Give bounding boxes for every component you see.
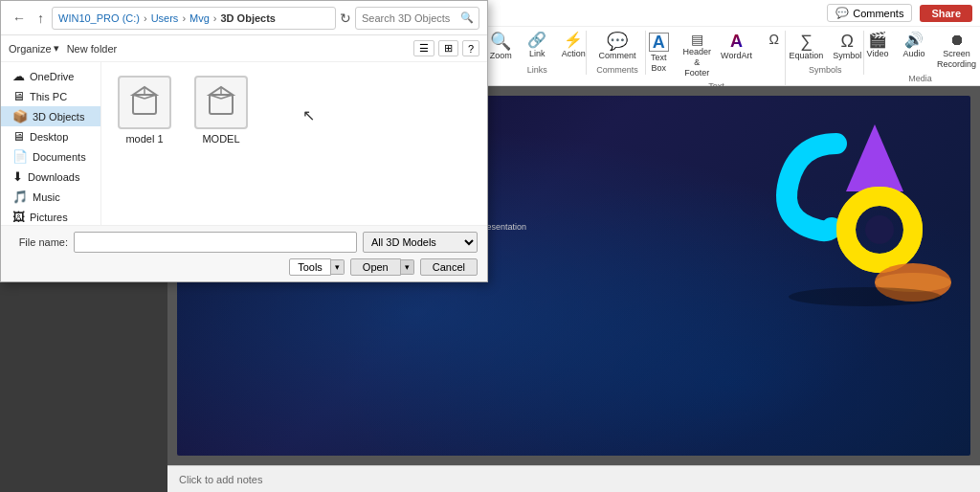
links-items: 🔍 Zoom 🔗 Link ⚡ Action (483, 31, 590, 63)
text-items: A TextBox ▤ Header& Footer A WordArt Ω (641, 31, 791, 79)
file-item-model[interactable]: MODEL (188, 72, 255, 148)
view-buttons: ☰ ⊞ ? (413, 40, 479, 56)
symbols-group-label: Symbols (809, 65, 842, 75)
nav-pictures[interactable]: 🖼 Pictures (1, 207, 100, 225)
link-icon: 🔗 (527, 33, 546, 48)
comments-items: 💬 Comment (594, 31, 639, 63)
action-icon: ⚡ (564, 33, 583, 48)
ribbon-content: 🔍 Zoom 🔗 Link ⚡ Action Links 💬 Comment (482, 27, 980, 95)
nav-downloads[interactable]: ⬇ Downloads (1, 167, 100, 187)
dialog-titlebar: ← ↑ WIN10_PRO (C:) › Users › Mvg › 3D Ob… (1, 1, 487, 35)
ribbon-top-bar: 💬 Comments Share (482, 0, 980, 27)
equation-btn[interactable]: ∑ Equation (786, 31, 828, 63)
svg-point-4 (865, 215, 894, 244)
tools-main-button[interactable]: Tools (289, 258, 331, 276)
cancel-button[interactable]: Cancel (420, 258, 478, 276)
screen-recording-btn[interactable]: ⏺ ScreenRecording (933, 31, 980, 72)
media-group-label: Media (908, 74, 932, 83)
breadcrumb-current: 3D Objects (221, 12, 276, 24)
filename-row: File name: All 3D Models (11, 232, 478, 253)
share-button[interactable]: Share (920, 5, 972, 22)
nav-thispc[interactable]: 🖥 This PC (1, 86, 100, 106)
refresh-button[interactable]: ↻ (340, 11, 351, 26)
comment-bubble-icon: 💬 (835, 7, 849, 19)
comment-btn[interactable]: 💬 Comment (594, 31, 639, 63)
forward-button[interactable]: ↑ (33, 11, 48, 26)
pictures-icon: 🖼 (12, 210, 25, 224)
dialog-toolbar: Organize ▾ New folder ☰ ⊞ ? (1, 35, 487, 62)
symbol-icon: Ω (840, 33, 853, 50)
open-arrow-button[interactable]: ▾ (401, 259, 414, 275)
nav-onedrive[interactable]: ☁ OneDrive (1, 66, 100, 86)
onedrive-icon: ☁ (12, 69, 25, 83)
wordart-icon: A (730, 33, 743, 50)
media-items: 🎬 Video 🔊 Audio ⏺ ScreenRecording (860, 31, 980, 72)
tools-button-group: Tools ▾ (289, 258, 345, 276)
svg-point-7 (789, 287, 942, 306)
documents-icon: 📄 (12, 149, 28, 164)
cursor-arrow: ↖ (302, 106, 315, 124)
video-icon: 🎬 (868, 33, 887, 48)
filetype-select[interactable]: All 3D Models (363, 232, 478, 253)
equation-icon: ∑ (800, 33, 813, 50)
header-footer-btn[interactable]: ▤ Header& Footer (678, 31, 716, 79)
view-grid-button[interactable]: ⊞ (438, 40, 458, 56)
nav-desktop[interactable]: 🖥 Desktop (1, 126, 100, 146)
text-extra-icon: Ω (768, 33, 778, 46)
action-btn[interactable]: ⚡ Action (556, 31, 590, 61)
audio-btn[interactable]: 🔊 Audio (897, 31, 931, 61)
search-icon: 🔍 (460, 11, 474, 24)
dialog-files-area: ☁ OneDrive 🖥 This PC 📦 3D Objects 🖥 Desk… (1, 62, 487, 225)
downloads-icon: ⬇ (12, 169, 23, 184)
model1-icon (118, 76, 171, 129)
breadcrumb-drive[interactable]: WIN10_PRO (C:) (58, 12, 140, 24)
filename-label: File name: (11, 236, 68, 248)
wordart-btn[interactable]: A WordArt (718, 31, 754, 63)
audio-icon: 🔊 (904, 33, 924, 48)
open-button-group: Open ▾ (350, 258, 414, 276)
organize-label: Organize (9, 43, 52, 55)
textbox-icon: A (649, 33, 669, 52)
comment-icon: 💬 (607, 33, 628, 50)
header-icon: ▤ (691, 33, 703, 46)
desktop-icon: 🖥 (12, 129, 25, 144)
model1-label: model 1 (125, 133, 163, 145)
notes-bar[interactable]: Click to add notes (167, 465, 980, 492)
nav-documents[interactable]: 📄 Documents (1, 146, 100, 167)
dialog-bottom: File name: All 3D Models Tools ▾ Open ▾ … (1, 225, 487, 281)
model-label: MODEL (202, 133, 239, 145)
organize-chevron-icon: ▾ (54, 42, 59, 55)
breadcrumb-mvg[interactable]: Mvg (189, 12, 210, 24)
ribbon-group-text: A TextBox ▤ Header& Footer A WordArt Ω T… (648, 31, 785, 91)
ribbon: 💬 Comments Share 🔍 Zoom 🔗 Link ⚡ Action (482, 0, 980, 86)
nav-3dobjects[interactable]: 📦 3D Objects (1, 106, 100, 126)
ribbon-group-comments: 💬 Comment Comments (589, 31, 646, 75)
back-button[interactable]: ← (9, 11, 30, 26)
breadcrumb: WIN10_PRO (C:) › Users › Mvg › 3D Object… (52, 7, 336, 30)
zoom-btn[interactable]: 🔍 Zoom (483, 31, 518, 63)
notes-placeholder: Click to add notes (179, 474, 262, 485)
link-btn[interactable]: 🔗 Link (520, 31, 554, 61)
symbols-items: ∑ Equation Ω Symbol (786, 31, 866, 63)
files-grid: model 1 MODEL ↖ (101, 62, 487, 225)
open-main-button[interactable]: Open (350, 258, 401, 276)
3dobjects-icon: 📦 (12, 109, 28, 123)
nav-music[interactable]: 🎵 Music (1, 187, 100, 207)
music-icon: 🎵 (12, 190, 28, 204)
comments-button[interactable]: 💬 Comments (827, 4, 912, 22)
ribbon-group-links: 🔍 Zoom 🔗 Link ⚡ Action Links (488, 31, 587, 75)
video-btn[interactable]: 🎬 Video (860, 31, 895, 61)
filename-input[interactable] (74, 232, 357, 253)
thispc-icon: 🖥 (12, 89, 25, 103)
textbox-btn[interactable]: A TextBox (641, 31, 676, 76)
new-folder-button[interactable]: New folder (67, 43, 118, 55)
dialog-actions: Tools ▾ Open ▾ Cancel (11, 258, 478, 276)
file-item-model1[interactable]: model 1 (111, 72, 178, 148)
tools-arrow-button[interactable]: ▾ (331, 259, 345, 275)
view-list-button[interactable]: ☰ (413, 40, 434, 56)
breadcrumb-users[interactable]: Users (151, 12, 179, 24)
view-details-button[interactable]: ? (462, 40, 479, 56)
model-icon (194, 76, 248, 129)
ribbon-group-media: 🎬 Video 🔊 Audio ⏺ ScreenRecording Media (866, 31, 974, 83)
organize-button[interactable]: Organize ▾ (9, 42, 59, 55)
